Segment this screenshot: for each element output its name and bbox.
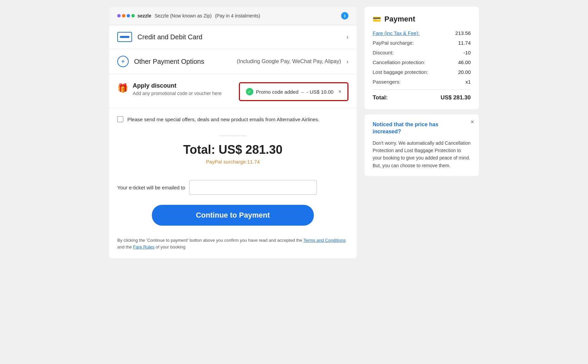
promo-separator: – [301,89,304,95]
paypal-surcharge-value: 11.74 [247,159,260,165]
paypal-label: PayPal surcharge: [373,40,414,46]
notice-title: Noticed that the price has increased? [373,121,471,135]
footer-text-3: of your booking [155,244,186,249]
card-icon [117,32,132,42]
promo-remove-button[interactable]: × [338,89,341,95]
footer-text-1: By clicking the 'Continue to payment' bu… [117,238,303,243]
sezzle-dot-green [131,14,135,17]
summary-row-cancellation: Cancellation protection: 46.00 [373,59,471,65]
discount-label: Discount: [373,50,394,55]
discount-text: Apply discount Add any promotional code … [133,82,222,96]
sezzle-dot-orange [122,14,125,17]
discount-description: Add any promotional code or voucher here [133,91,222,96]
paypal-surcharge-display: PayPal surcharge:11.74 [117,159,348,165]
card-icon-stripe [120,36,129,38]
summary-title-text: Payment [384,15,415,24]
sezzle-dot-purple [117,14,121,17]
sezzle-logo: sezzle [117,13,151,18]
payment-summary-card: 💳 Payment Fare (inc Tax & Fee): 213.56 P… [365,7,479,109]
footer-text-2: and the [117,244,133,249]
sezzle-dot-blue [127,14,130,17]
summary-total-label: Total: [373,94,388,101]
summary-row-discount: Discount: -10 [373,50,471,55]
summary-row-fare: Fare (inc Tax & Fee): 213.56 [373,30,471,36]
discount-value: -10 [463,50,471,55]
plus-circle-icon: + [117,56,129,67]
chevron-right-icon: › [346,34,348,41]
footer-text: By clicking the 'Continue to payment' bu… [109,232,356,258]
total-section: Total: US$ 281.30 PayPal surcharge:11.74 [109,130,356,177]
summary-total-row: Total: US$ 281.30 [373,94,471,101]
passengers-value: x1 [465,79,471,85]
terms-conditions-link[interactable]: Terms and Conditions [303,238,346,243]
summary-divider [373,89,471,90]
total-display: Total: US$ 281.30 [117,143,348,157]
other-payment-sub: (Including Google Pay, WeChat Pay, Alipa… [237,58,341,64]
fare-rules-link[interactable]: Fare Rules [133,244,155,249]
promo-added-label: Promo code added [256,89,299,95]
sezzle-name: Sezzle (Now known as Zip) [155,13,212,18]
summary-row-passengers: Passengers: x1 [373,79,471,85]
continue-to-payment-button[interactable]: Continue to Payment [152,205,314,226]
divider [219,136,246,136]
fare-label[interactable]: Fare (inc Tax & Fee): [373,30,420,36]
sezzle-row[interactable]: sezzle Sezzle (Now known as Zip) (Pay in… [109,7,356,25]
credit-card-summary-icon: 💳 [373,15,381,23]
paypal-surcharge-label: PayPal surcharge: [206,159,247,165]
email-input[interactable] [189,180,317,195]
sezzle-subtext: (Pay in 4 instalments) [215,13,260,18]
summary-total-value: US$ 281.30 [440,94,471,101]
promo-highlight-wrapper: ✓ Promo code added – - US$ 10.00 × [239,82,349,101]
summary-row-paypal: PayPal surcharge: 11.74 [373,40,471,46]
page-wrapper: sezzle Sezzle (Now known as Zip) (Pay in… [109,7,479,357]
chevron-right-icon-2: › [346,58,348,65]
promo-code-box: ✓ Promo code added – - US$ 10.00 × [239,82,349,101]
sezzle-info-icon[interactable]: i [341,12,348,19]
newsletter-label: Please send me special offers, deals and… [127,117,320,122]
other-payment-label: Other Payment Options [134,58,229,65]
newsletter-row: Please send me special offers, deals and… [109,108,356,130]
main-panel: sezzle Sezzle (Now known as Zip) (Pay in… [109,7,356,258]
notice-body: Don't worry. We automatically add Cancel… [373,139,471,170]
other-payment-option[interactable]: + Other Payment Options (Including Googl… [109,49,356,74]
baggage-value: 20.00 [458,69,471,75]
newsletter-checkbox[interactable] [117,116,123,122]
notice-close-button[interactable]: × [470,119,474,126]
email-row: Your e-ticket will be emailed to [109,177,356,201]
email-label: Your e-ticket will be emailed to [117,185,185,190]
sezzle-brand-label: sezzle [137,13,151,18]
fare-value: 213.56 [455,30,471,36]
paypal-value: 11.74 [458,40,471,46]
discount-title: Apply discount [133,82,222,89]
cancellation-value: 46.00 [458,59,471,65]
promo-check-icon: ✓ [246,88,253,95]
promo-amount: - US$ 10.00 [307,89,334,95]
summary-row-baggage: Lost baggage protection: 20.00 [373,69,471,75]
cancellation-label: Cancellation protection: [373,59,425,65]
baggage-label: Lost baggage protection: [373,69,428,75]
discount-top: 🎁 Apply discount Add any promotional cod… [117,82,348,101]
credit-card-label: Credit and Debit Card [137,33,341,41]
cta-section: Continue to Payment [109,201,356,232]
summary-title: 💳 Payment [373,15,471,24]
gift-icon: 🎁 [117,83,128,93]
passengers-label: Passengers: [373,79,401,85]
credit-debit-card-option[interactable]: Credit and Debit Card › [109,25,356,49]
price-increase-notice: × Noticed that the price has increased? … [365,115,479,176]
discount-section: 🎁 Apply discount Add any promotional cod… [109,74,356,108]
right-panel: 💳 Payment Fare (inc Tax & Fee): 213.56 P… [365,7,479,176]
